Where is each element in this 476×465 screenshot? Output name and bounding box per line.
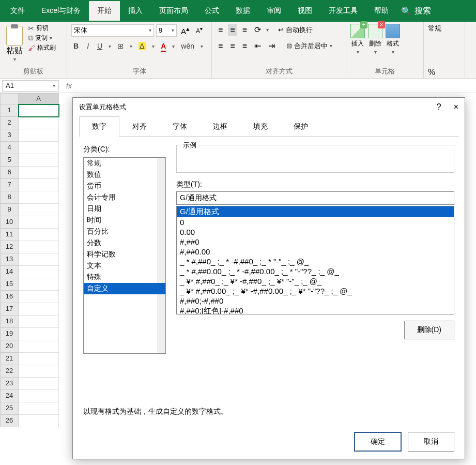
number-format-select[interactable]: 常规 xyxy=(428,24,460,33)
category-item[interactable]: 货币 xyxy=(84,181,165,192)
close-button[interactable]: × xyxy=(454,102,458,112)
category-item[interactable]: 百分比 xyxy=(84,226,165,237)
category-item[interactable]: 文本 xyxy=(84,260,165,272)
menu-tab-2[interactable]: 开始 xyxy=(89,1,120,21)
type-item[interactable]: G/通用格式 xyxy=(177,206,454,217)
cell[interactable] xyxy=(19,303,59,316)
menu-tab-9[interactable]: 开发工具 xyxy=(320,1,366,21)
increase-indent-button[interactable]: ⇥ xyxy=(266,40,277,52)
cell[interactable] xyxy=(19,378,59,390)
cut-button[interactable]: ✂剪切 xyxy=(28,24,56,33)
row-header[interactable]: 24 xyxy=(0,390,19,402)
cell[interactable] xyxy=(19,216,59,229)
category-item[interactable]: 会计专用 xyxy=(84,192,165,203)
align-bottom-button[interactable]: ≡ xyxy=(240,24,249,36)
row-header[interactable]: 1 xyxy=(0,104,19,117)
dialog-tab-2[interactable]: 字体 xyxy=(160,116,200,137)
help-button[interactable]: ? xyxy=(437,102,441,112)
align-center-button[interactable]: ≡ xyxy=(228,40,237,52)
type-item[interactable]: #,##0 xyxy=(177,237,454,247)
align-middle-button[interactable]: ≡ xyxy=(228,24,237,36)
cell[interactable] xyxy=(19,129,59,142)
align-right-button[interactable]: ≡ xyxy=(240,40,249,52)
fill-color-button[interactable]: ᐃ xyxy=(136,41,148,51)
column-header-a[interactable]: A xyxy=(19,93,59,104)
cell[interactable] xyxy=(19,291,59,303)
menu-tab-7[interactable]: 审阅 xyxy=(258,1,289,21)
cell[interactable] xyxy=(19,191,59,204)
paste-button[interactable]: 粘贴 ▾ xyxy=(4,24,25,64)
cell[interactable] xyxy=(19,142,59,154)
row-header[interactable]: 13 xyxy=(0,253,19,266)
decrease-indent-button[interactable]: ⇤ xyxy=(252,40,263,52)
type-item[interactable]: _ * #,##0_ ;_ * -#,##0_ ;_ * "-"_ ;_ @_ xyxy=(177,257,454,266)
row-header[interactable]: 17 xyxy=(0,303,19,316)
row-header[interactable]: 4 xyxy=(0,142,19,154)
menu-tab-3[interactable]: 插入 xyxy=(120,1,151,21)
cell[interactable] xyxy=(19,104,59,117)
percent-style-button[interactable]: % xyxy=(428,68,460,77)
cell[interactable] xyxy=(19,415,59,427)
name-box[interactable]: A1▾ xyxy=(2,80,59,92)
dialog-tab-5[interactable]: 保护 xyxy=(281,116,321,137)
row-header[interactable]: 22 xyxy=(0,365,19,378)
cell[interactable] xyxy=(19,167,59,179)
row-header[interactable]: 10 xyxy=(0,216,19,229)
category-list[interactable]: 常规数值货币会计专用日期时间百分比分数科学记数文本特殊自定义 xyxy=(83,157,166,354)
category-item[interactable]: 自定义 xyxy=(84,283,165,294)
row-header[interactable]: 3 xyxy=(0,129,19,142)
borders-button[interactable]: ⊞ xyxy=(115,41,126,51)
cell[interactable] xyxy=(19,229,59,241)
cell[interactable] xyxy=(19,328,59,340)
decrease-font-button[interactable]: A▾ xyxy=(194,25,205,36)
fx-icon[interactable]: fx xyxy=(61,82,77,90)
cell[interactable] xyxy=(19,353,59,365)
dialog-tab-3[interactable]: 边框 xyxy=(200,116,240,137)
wrap-text-button[interactable]: ↩自动换行 xyxy=(278,25,313,35)
cell[interactable] xyxy=(19,316,59,328)
cell[interactable] xyxy=(19,390,59,402)
copy-button[interactable]: ⧉复制 ▾ xyxy=(28,34,56,42)
menu-tab-10[interactable]: 帮助 xyxy=(366,1,397,21)
cell[interactable] xyxy=(19,278,59,291)
delete-cells-button[interactable]: 删除▾ xyxy=(368,24,382,55)
category-item[interactable]: 时间 xyxy=(84,215,165,226)
row-header[interactable]: 15 xyxy=(0,278,19,291)
type-item[interactable]: #,##0;-#,##0 xyxy=(177,296,454,306)
row-header[interactable]: 9 xyxy=(0,204,19,216)
type-list[interactable]: G/通用格式00.00#,##0#,##0.00_ * #,##0_ ;_ * … xyxy=(176,206,454,314)
menu-tab-8[interactable]: 视图 xyxy=(289,1,320,21)
menu-tab-6[interactable]: 数据 xyxy=(227,1,258,21)
row-header[interactable]: 2 xyxy=(0,117,19,129)
cell[interactable] xyxy=(19,340,59,353)
font-size-select[interactable]: 9▾ xyxy=(156,24,177,37)
type-input[interactable] xyxy=(176,191,454,205)
font-name-select[interactable]: 宋体▾ xyxy=(71,24,154,37)
category-item[interactable]: 数值 xyxy=(84,169,165,181)
category-item[interactable]: 特殊 xyxy=(84,272,165,283)
type-item[interactable]: #,##0.00 xyxy=(177,247,454,257)
row-header[interactable]: 18 xyxy=(0,316,19,328)
row-header[interactable]: 8 xyxy=(0,191,19,204)
cell[interactable] xyxy=(19,365,59,378)
ok-button[interactable]: 确定 xyxy=(354,432,402,452)
category-item[interactable]: 科学记数 xyxy=(84,249,165,260)
font-color-button[interactable]: A xyxy=(159,41,168,51)
menu-tab-0[interactable]: 文件 xyxy=(2,1,33,21)
row-header[interactable]: 14 xyxy=(0,266,19,278)
type-item[interactable]: _ ¥* #,##0.00_ ;_ ¥* -#,##0.00_ ;_ ¥* "-… xyxy=(177,286,454,296)
type-item[interactable]: _ ¥* #,##0_ ;_ ¥* -#,##0_ ;_ ¥* "-"_ ;_ … xyxy=(177,276,454,286)
type-item[interactable]: _ * #,##0.00_ ;_ * -#,##0.00_ ;_ * "-"??… xyxy=(177,266,454,276)
category-item[interactable]: 常规 xyxy=(84,158,165,169)
row-header[interactable]: 11 xyxy=(0,229,19,241)
delete-format-button[interactable]: 删除(D) xyxy=(404,321,454,339)
cell[interactable] xyxy=(19,117,59,129)
dialog-tab-4[interactable]: 填充 xyxy=(240,116,281,137)
orientation-button[interactable]: ⟳ xyxy=(252,24,263,36)
cancel-button[interactable]: 取消 xyxy=(408,432,454,452)
cell[interactable] xyxy=(19,266,59,278)
row-header[interactable]: 12 xyxy=(0,241,19,253)
cell[interactable] xyxy=(19,179,59,191)
row-header[interactable]: 21 xyxy=(0,353,19,365)
cell[interactable] xyxy=(19,253,59,266)
